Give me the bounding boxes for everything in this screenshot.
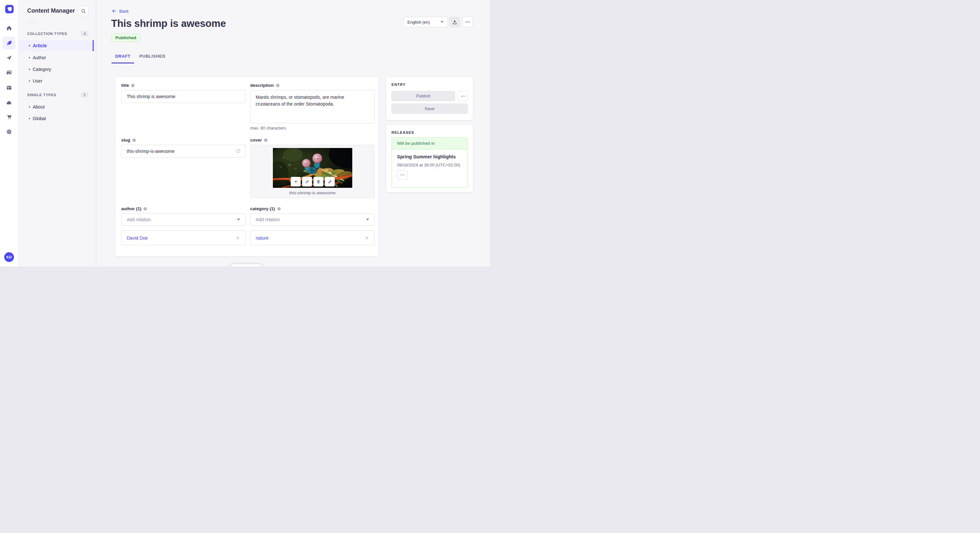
description-field-label: description [250,83,375,88]
globe-icon [277,207,281,211]
title-input[interactable]: This shrimp is awesome [121,90,246,103]
field-label-text: author (1) [121,206,141,211]
title-field-label: title [121,83,246,88]
cover-edit-button[interactable] [325,177,335,187]
settings-gear-icon [6,128,12,135]
entry-panel: ENTRY Publish Save [386,77,473,120]
strapi-logo[interactable] [5,5,14,13]
active-tab-indicator [111,62,134,63]
pencil-icon [327,179,332,184]
plus-icon [293,179,299,184]
relation-link[interactable]: nature [256,235,269,241]
relation-link[interactable]: David Doe [127,235,148,241]
globe-icon [143,207,147,211]
globe-icon [264,138,268,142]
release-title: Spring Summer highlights [397,154,456,159]
status-badge: Published [111,33,141,42]
rail-item-media-library[interactable] [3,67,16,79]
locale-select[interactable]: English (en) [403,17,448,27]
cloud-icon [6,99,12,106]
rail-item-content-manager[interactable] [3,36,16,49]
slug-input[interactable]: this-shrimp-is-awesome [121,145,246,158]
sidebar-item-label: Article [33,43,47,48]
section-collection-types: COLLECTION TYPES [27,32,67,36]
export-button[interactable] [450,17,460,27]
more-dots-icon [465,19,471,25]
cover-add-button[interactable] [291,177,301,187]
sidebar-search-button[interactable] [78,6,89,16]
user-avatar[interactable]: KD [4,252,14,262]
release-status: Will be published in [392,138,467,149]
field-label-text: title [121,83,129,88]
slug-value: this-shrimp-is-awesome [127,149,175,154]
category-relation-item: nature [250,230,375,245]
trash-icon [316,179,321,184]
cover-actions-toolbar [291,177,335,187]
rail-item-settings[interactable] [3,125,16,138]
publish-button[interactable]: Publish [391,91,455,101]
entry-more-button[interactable] [458,91,468,101]
download-icon [452,19,458,25]
marketplace-cart-icon [6,114,12,120]
search-icon [81,8,86,14]
cover-copy-link-button[interactable] [302,177,312,187]
description-value: Mantis shrimps, or stomatopods, are mari… [256,95,344,106]
select-placeholder: Add relation [127,217,151,222]
entry-panel-heading: ENTRY [391,82,406,86]
sidebar-item-user[interactable]: User [19,75,94,86]
chevron-down-icon [441,21,444,23]
rail-item-content-type-builder[interactable] [3,81,16,94]
release-card: Will be published in Spring Summer highl… [391,137,468,187]
select-placeholder: Add relation [256,217,280,222]
collection-types-count-badge: 4 [81,31,89,36]
description-hint: max. 80 characters [250,125,375,130]
remove-relation-x-icon[interactable] [364,236,369,240]
sidebar-title: Content Manager [27,8,75,14]
rail-item-marketplace[interactable] [3,110,16,124]
sidebar-item-article[interactable]: Article [19,40,94,51]
floating-actionbar-partial[interactable] [230,264,262,266]
cover-media-card: this-shrimp-is-awesome [250,145,375,198]
section-single-types: SINGLE TYPES [27,93,56,97]
sidebar-item-author[interactable]: Author [19,52,94,63]
sidebar-item-global[interactable]: Global [19,113,94,124]
cover-delete-button[interactable] [313,177,323,187]
rail-item-home[interactable] [3,22,16,35]
sidebar-item-label: User [33,78,43,84]
slug-field-label: slug [121,138,246,143]
category-relation-select[interactable]: Add relation [250,213,375,226]
refresh-icon [235,148,241,154]
back-link[interactable]: Back [111,8,129,14]
save-button[interactable]: Save [391,104,468,114]
rail-divider [0,18,19,19]
releases-panel: RELEASES Will be published in Spring Sum… [386,125,473,192]
sidebar-item-label: Author [33,55,46,60]
tab-draft[interactable]: DRAFT [111,54,134,59]
edit-form-card: title This shrimp is awesome description… [115,77,379,256]
category-field-label: category (1) [250,206,375,211]
header-more-button[interactable] [463,17,473,27]
sidebar-item-about[interactable]: About [19,102,94,113]
tab-published[interactable]: PUBLISHED [139,54,165,59]
sidebar-item-category[interactable]: Category [19,64,94,75]
single-types-count-badge: 2 [81,92,89,97]
regenerate-slug-button[interactable] [235,148,241,155]
remove-relation-x-icon[interactable] [235,236,240,240]
author-relation-select[interactable]: Add relation [121,213,246,226]
rail-item-cloud[interactable] [3,96,16,109]
globe-icon [132,138,136,142]
rail-item-deploy[interactable] [3,51,16,65]
title-value: This shrimp is awesome [127,94,175,99]
home-icon [6,25,12,32]
strapi-content-manager-app: KD Content Manager COLLECTION TYPES 4 Ar… [0,0,490,266]
more-dots-icon [460,94,465,99]
release-date: 09/18/2024 at 16:00 (UTC+02:00) [397,163,460,167]
sidebar-item-label: Global [33,116,46,121]
field-label-text: slug [121,138,130,143]
description-textarea[interactable]: Mantis shrimps, or stomatopods, are mari… [250,90,375,124]
chevron-down-icon [237,219,240,220]
content-type-builder-icon [6,84,12,91]
field-label-text: description [250,83,274,88]
locale-value: English (en) [407,20,430,25]
release-more-button[interactable] [397,170,408,180]
